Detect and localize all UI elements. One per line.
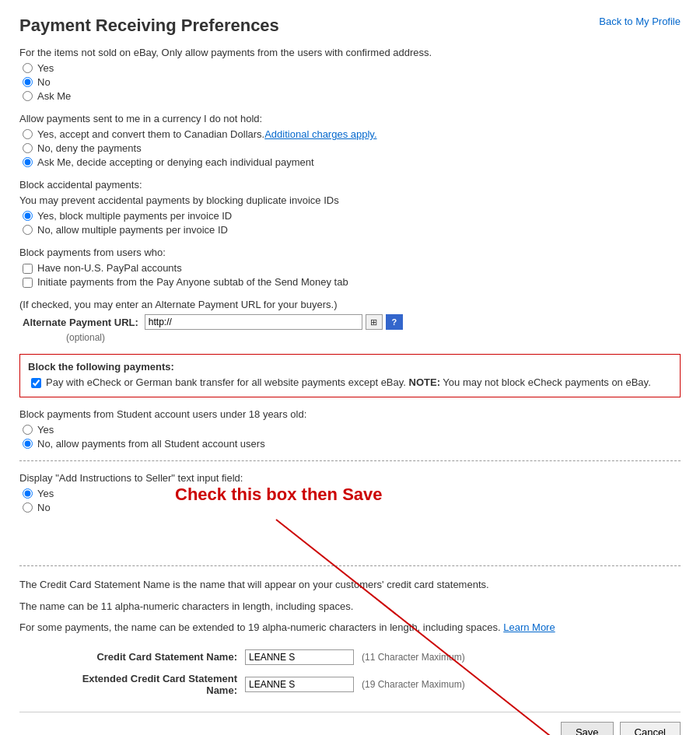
non-us-checkbox[interactable] <box>23 264 33 274</box>
currency-no-radio[interactable] <box>23 143 33 153</box>
page-title: Payment Receiving Preferences <box>19 16 279 36</box>
cancel-button[interactable]: Cancel <box>620 722 681 736</box>
accidental-yes-radio[interactable] <box>23 211 33 221</box>
confirmed-address-no[interactable]: No <box>23 76 681 88</box>
student-yes-radio[interactable] <box>23 425 33 435</box>
currency-yes[interactable]: Yes, accept and convert them to Canadian… <box>23 128 681 140</box>
block-users-section: Block payments from users who: Have non-… <box>19 247 681 288</box>
currency-askme[interactable]: Ask Me, decide accepting or denying each… <box>23 156 681 168</box>
confirmed-address-yes-radio[interactable] <box>23 63 33 73</box>
confirmed-address-no-radio[interactable] <box>23 77 33 87</box>
block-users-label: Block payments from users who: <box>19 247 681 258</box>
currency-label: Allow payments sent to me in a currency … <box>19 113 681 124</box>
block-following-box: Block the following payments: Pay with e… <box>19 354 681 397</box>
block-users-non-us[interactable]: Have non-U.S. PayPal accounts <box>23 262 681 274</box>
student-accounts-label: Block payments from Student account user… <box>19 408 681 420</box>
confirmed-address-askme[interactable]: Ask Me <box>23 90 681 102</box>
block-following-label: Block the following payments: <box>28 361 672 373</box>
confirmed-address-label: For the items not sold on eBay, Only all… <box>19 47 681 58</box>
block-users-pay-anyone[interactable]: Initiate payments from the Pay Anyone su… <box>23 276 681 288</box>
currency-yes-radio[interactable] <box>23 129 33 139</box>
add-instructions-label: Display "Add Instructions to Seller" tex… <box>19 472 681 484</box>
svg-line-1 <box>276 520 572 735</box>
add-instructions-section: Display "Add Instructions to Seller" tex… <box>19 472 681 555</box>
student-no-radio[interactable] <box>23 439 33 449</box>
alternate-url-row: Alternate Payment URL: ⊞ ? <box>23 314 681 330</box>
accidental-no-radio[interactable] <box>23 225 33 235</box>
pay-anyone-checkbox[interactable] <box>23 278 33 288</box>
add-instructions-yes-radio[interactable] <box>23 488 33 499</box>
alternate-url-input[interactable] <box>145 314 362 330</box>
student-accounts-section: Block payments from Student account user… <box>19 408 681 450</box>
confirmed-address-askme-radio[interactable] <box>23 91 33 101</box>
confirmed-address-section: For the items not sold on eBay, Only all… <box>19 47 681 102</box>
currency-no[interactable]: No, deny the payments <box>23 142 681 154</box>
url-help-icon[interactable]: ? <box>386 314 403 330</box>
divider-1 <box>19 460 681 461</box>
accidental-section: Block accidental payments: You may preve… <box>19 179 681 236</box>
alternate-url-note: (If checked, you may enter an Alternate … <box>19 299 681 310</box>
url-grid-icon[interactable]: ⊞ <box>366 314 383 330</box>
currency-askme-radio[interactable] <box>23 157 33 167</box>
accidental-sublabel: You may prevent accidental payments by b… <box>19 194 681 206</box>
save-button[interactable]: Save <box>561 722 614 736</box>
student-yes[interactable]: Yes <box>23 424 681 436</box>
accidental-yes[interactable]: Yes, block multiple payments per invoice… <box>23 210 681 222</box>
accidental-no[interactable]: No, allow multiple payments per invoice … <box>23 224 681 236</box>
additional-charges-link[interactable]: Additional charges apply. <box>264 128 376 140</box>
annotation-arrow <box>152 531 541 735</box>
alternate-url-label: Alternate Payment URL: <box>23 317 138 328</box>
annotation-text: Check this box then Save <box>175 485 383 505</box>
student-no[interactable]: No, allow payments from all Student acco… <box>23 438 681 450</box>
alternate-url-section: (If checked, you may enter an Alternate … <box>19 299 681 343</box>
back-to-profile-link[interactable]: Back to My Profile <box>599 16 681 27</box>
currency-section: Allow payments sent to me in a currency … <box>19 113 681 168</box>
accidental-label: Block accidental payments: <box>19 179 681 191</box>
block-echeck-checkbox[interactable] <box>31 378 41 388</box>
block-echeck-option[interactable]: Pay with eCheck or German bank transfer … <box>31 376 672 388</box>
optional-text: (optional) <box>66 332 681 343</box>
confirmed-address-yes[interactable]: Yes <box>23 62 681 74</box>
